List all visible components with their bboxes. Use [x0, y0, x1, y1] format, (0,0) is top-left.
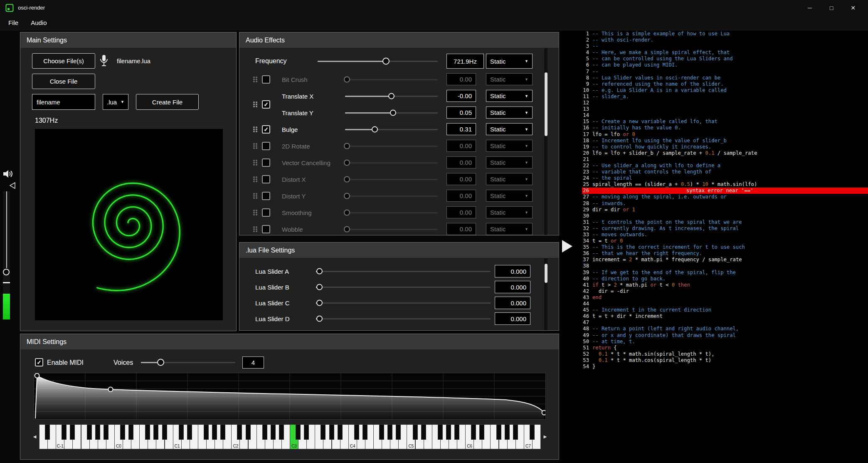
- enable-midi-checkbox[interactable]: ✓: [35, 358, 43, 366]
- piano-key-asharp2[interactable]: [279, 424, 284, 440]
- piano-key-fsharp4[interactable]: [379, 424, 384, 440]
- effect-mode-dropdown[interactable]: Static▼: [486, 140, 533, 152]
- voices-value[interactable]: 4: [242, 357, 264, 369]
- slider-thumb[interactable]: [372, 126, 378, 133]
- slider-thumb[interactable]: [316, 284, 323, 290]
- effect-slider[interactable]: [345, 105, 438, 120]
- slider-track[interactable]: [345, 172, 438, 187]
- piano-key-csharp2[interactable]: [237, 424, 242, 440]
- piano-key-asharp6[interactable]: [513, 424, 518, 440]
- piano-key-csharp7[interactable]: [530, 424, 535, 440]
- piano-key-gsharp3[interactable]: [329, 424, 334, 440]
- code-line-29[interactable]: 29dir = dir or 1: [559, 207, 868, 213]
- effect-value[interactable]: 0.00: [446, 140, 476, 152]
- effect-mode-dropdown[interactable]: Static▼: [486, 173, 533, 185]
- code-editor[interactable]: 1-- This is a simple example of how to u…: [559, 30, 868, 463]
- drag-handle-icon[interactable]: [253, 210, 257, 215]
- lua-slider-value[interactable]: 0.000: [495, 297, 530, 309]
- extension-dropdown[interactable]: .lua ▼: [103, 94, 128, 110]
- code-line-32[interactable]: 32-- currently drawing. As t increases, …: [559, 225, 868, 232]
- piano-key-dsharp2[interactable]: [246, 424, 251, 440]
- code-line-3[interactable]: 3--: [559, 43, 868, 50]
- effect-mode-dropdown[interactable]: Static▼: [486, 190, 533, 202]
- drag-handle-icon[interactable]: [253, 102, 257, 107]
- keyboard-scroll-left-icon[interactable]: ◄: [32, 433, 37, 440]
- slider-thumb[interactable]: [344, 176, 350, 183]
- code-line-44[interactable]: 44: [559, 301, 868, 307]
- code-line-49[interactable]: 49-- or x and y coordinate) that draws t…: [559, 332, 868, 339]
- code-line-28[interactable]: 28-- inwards.: [559, 201, 868, 207]
- piano-key-dsharp0[interactable]: [128, 424, 133, 440]
- effect-value[interactable]: 0.00: [446, 206, 476, 218]
- slider-track[interactable]: [316, 295, 491, 310]
- code-line-30[interactable]: 30: [559, 213, 868, 219]
- code-line-40[interactable]: 40-- direction to go back.: [559, 276, 868, 282]
- effect-mode-dropdown[interactable]: Static▼: [486, 123, 533, 135]
- code-line-4[interactable]: 4-- Here, we make a simple spiral effect…: [559, 50, 868, 56]
- piano-key-dsharp-1[interactable]: [70, 424, 75, 440]
- code-line-41[interactable]: 41if t > 2 * math.pi or t < 0 then: [559, 282, 868, 288]
- effect-slider[interactable]: [345, 205, 438, 220]
- frequency-value[interactable]: 721.9Hz: [446, 54, 484, 69]
- effect-slider[interactable]: [345, 139, 438, 154]
- code-line-7[interactable]: 7--: [559, 69, 868, 75]
- effects-scrollbar-thumb[interactable]: [545, 72, 547, 136]
- envelope-point-0[interactable]: [35, 374, 39, 378]
- code-lines[interactable]: 1-- This is a simple example of how to u…: [559, 31, 868, 370]
- code-line-37[interactable]: 37increment = 2 * math.pi * frequency / …: [559, 257, 868, 263]
- effect-mode-dropdown[interactable]: Static▼: [486, 90, 533, 102]
- piano-key-fsharp3[interactable]: [321, 424, 326, 440]
- effect-value[interactable]: 0.00: [446, 73, 476, 85]
- code-line-11[interactable]: 11-- slider_a.: [559, 94, 868, 100]
- code-line-17[interactable]: 17lfo = lfo or 0: [559, 131, 868, 138]
- keyboard-scroll-right-icon[interactable]: ►: [542, 433, 548, 440]
- slider-thumb[interactable]: [390, 110, 396, 116]
- envelope-point-2[interactable]: [542, 411, 546, 415]
- drag-handle-icon[interactable]: [253, 160, 257, 166]
- code-line-53[interactable]: 53 0.1 * t * math.cos(spiral_length * t): [559, 357, 868, 364]
- effect-mode-dropdown[interactable]: Static▼: [486, 73, 533, 85]
- effect-value[interactable]: 0.00: [446, 190, 476, 202]
- code-line-8[interactable]: 8-- Lua Slider values in osci-render can…: [559, 75, 868, 81]
- code-line-50[interactable]: 50-- at time, t.: [559, 339, 868, 345]
- frequency-slider[interactable]: [318, 54, 438, 69]
- slider-track[interactable]: [345, 105, 438, 120]
- code-line-18[interactable]: 18-- Increment lfo using the value of sl…: [559, 138, 868, 144]
- code-line-5[interactable]: 5-- can be controlled using the Lua Slid…: [559, 56, 868, 62]
- piano-key-gsharp-1[interactable]: [95, 424, 100, 440]
- piano-key-dsharp1[interactable]: [187, 424, 192, 440]
- code-line-45[interactable]: 45-- Increment t in the current directio…: [559, 307, 868, 313]
- code-line-42[interactable]: 42 dir = -dir: [559, 288, 868, 295]
- effect-mode-dropdown[interactable]: Static▼: [486, 156, 533, 168]
- lua-slider-value[interactable]: 0.000: [495, 265, 530, 277]
- envelope-point-1[interactable]: [108, 387, 113, 392]
- piano-key-gsharp1[interactable]: [212, 424, 217, 440]
- code-line-10[interactable]: 10-- e.g. Lua Slider A is in a variable …: [559, 87, 868, 94]
- code-line-38[interactable]: 38: [559, 263, 868, 269]
- code-line-36[interactable]: 36-- that we hear the right frequency.: [559, 250, 868, 257]
- effect-value[interactable]: -0.00: [446, 90, 476, 102]
- piano-key-fsharp6[interactable]: [496, 424, 501, 440]
- code-line-27[interactable]: 27-- moving along the spiral, i.e. outwa…: [559, 194, 868, 200]
- piano-key-gsharp6[interactable]: [505, 424, 510, 440]
- slider-thumb[interactable]: [344, 143, 350, 149]
- slider-track[interactable]: [345, 205, 438, 220]
- lua-slider-value[interactable]: 0.000: [495, 281, 530, 293]
- lua-slider[interactable]: [316, 264, 491, 279]
- lua-slider[interactable]: [316, 295, 491, 310]
- frequency-mode-dropdown[interactable]: Static ▼: [486, 54, 533, 69]
- piano-key-csharp5[interactable]: [413, 424, 418, 440]
- drag-handle-icon[interactable]: [253, 143, 257, 149]
- drag-handle-icon[interactable]: [253, 176, 257, 182]
- piano-key-csharp1[interactable]: [179, 424, 184, 440]
- slider-thumb[interactable]: [344, 193, 350, 199]
- create-file-button[interactable]: Create File: [136, 94, 199, 110]
- slider-track[interactable]: [316, 280, 491, 295]
- close-button[interactable]: ✕: [842, 0, 864, 15]
- effect-slider[interactable]: [345, 188, 438, 203]
- code-line-51[interactable]: 51return {: [559, 345, 868, 351]
- code-line-33[interactable]: 33-- moves outwards.: [559, 232, 868, 238]
- code-line-19[interactable]: 19-- to control how quickly it increases…: [559, 144, 868, 150]
- drag-handle-icon[interactable]: [253, 193, 257, 199]
- slider-track[interactable]: [316, 264, 491, 279]
